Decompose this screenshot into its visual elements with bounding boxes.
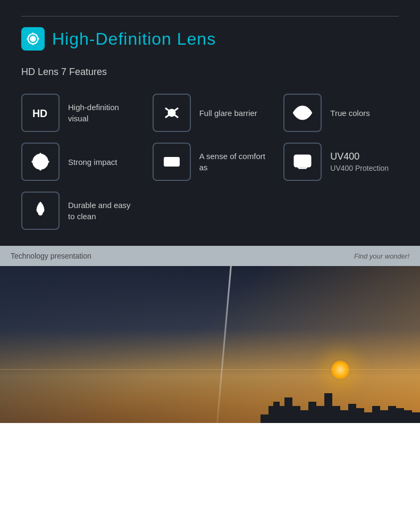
feature-easy-clean: Durable and easy to clean xyxy=(21,192,137,230)
subtitle: HD Lens 7 Features xyxy=(21,67,399,78)
feature-uv400-text: UV400 UV400 Protection xyxy=(330,150,389,174)
feature-glare: Full glare barrier xyxy=(153,94,268,132)
title-row: High-Definition Lens xyxy=(21,27,399,51)
impact-icon-box xyxy=(21,143,60,181)
comfort-icon-box xyxy=(153,143,191,181)
svg-point-6 xyxy=(169,110,175,116)
bottom-bar: Technology presentation Find your wonder… xyxy=(0,246,420,266)
glare-icon xyxy=(162,103,181,122)
svg-text:HD: HD xyxy=(32,107,47,119)
svg-point-10 xyxy=(39,160,42,163)
svg-point-2 xyxy=(32,38,35,40)
feature-easy-clean-text: Durable and easy to clean xyxy=(68,200,137,222)
footer-left: Technology presentation xyxy=(11,252,91,260)
eye-icon xyxy=(293,103,312,122)
footer-right: Find your wonder! xyxy=(354,252,409,260)
impact-icon xyxy=(31,152,50,171)
uv400-line2: UV400 Protection xyxy=(330,163,389,174)
feature-strong-impact: Strong impact xyxy=(21,143,137,181)
photo-overlay xyxy=(0,266,420,423)
feature-true-colors: True colors xyxy=(283,94,399,132)
photo-section xyxy=(0,266,420,423)
divider xyxy=(21,16,399,16)
clean-icon xyxy=(31,201,50,220)
comfort-icon xyxy=(162,152,181,171)
lens-icon xyxy=(26,31,40,46)
hd-icon: HD xyxy=(31,103,50,122)
page-title: High-Definition Lens xyxy=(52,29,216,49)
feature-hd-visual: HD High-definition visual xyxy=(21,94,137,132)
feature-hd-text: High-definition visual xyxy=(68,102,137,124)
hd-icon-box: HD xyxy=(21,94,60,132)
title-icon xyxy=(21,27,45,51)
feature-strong-impact-text: Strong impact xyxy=(68,156,117,168)
glare-icon-box xyxy=(153,94,191,132)
feature-true-colors-text: True colors xyxy=(330,107,369,119)
sun-element xyxy=(330,359,351,380)
features-grid: HD High-definition visual Full glare bar… xyxy=(21,94,399,246)
eye-icon-box xyxy=(283,94,322,132)
feature-glare-text: Full glare barrier xyxy=(199,107,257,119)
uv-icon-box xyxy=(283,143,322,181)
svg-point-7 xyxy=(300,111,305,115)
clean-icon-box xyxy=(21,192,60,230)
uv-icon xyxy=(293,152,312,171)
horizon-line xyxy=(0,369,420,370)
feature-comfort: A sense of comfort as xyxy=(153,143,268,181)
feature-uv400: UV400 UV400 Protection xyxy=(283,143,399,181)
feature-comfort-text: A sense of comfort as xyxy=(199,151,268,173)
top-section: High-Definition Lens HD Lens 7 Features … xyxy=(0,0,420,246)
uv400-line1: UV400 xyxy=(330,150,389,163)
